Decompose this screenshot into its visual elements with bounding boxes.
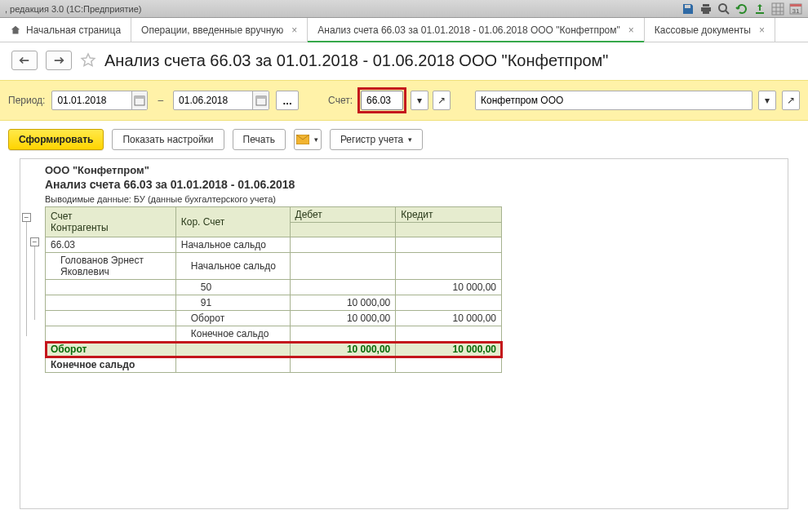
cell-kr50: 10 000,00 — [396, 280, 502, 295]
tab-cash-docs[interactable]: Кассовые документы × — [645, 18, 775, 42]
show-settings-button[interactable]: Показать настройки — [112, 129, 224, 150]
table-header-row: Счет Контрагенты Кор. Счет Дебет Кредит — [46, 207, 502, 223]
back-button[interactable] — [11, 51, 38, 70]
account-dropdown-button[interactable]: ▾ — [411, 91, 428, 110]
chevron-down-icon: ▾ — [408, 135, 412, 144]
cell-tot-label: Оборот — [46, 342, 176, 357]
report-subinfo: Выводимые данные: БУ (данные бухгалтерск… — [45, 194, 788, 204]
organization-field[interactable] — [475, 91, 753, 110]
filter-bar: Период: – ... Счет: ▾ ↗ ▾ ↗ — [0, 80, 808, 121]
col-kredit: Кредит — [396, 207, 502, 223]
table-row[interactable]: 50 10 000,00 — [46, 280, 502, 295]
search-icon[interactable] — [717, 2, 731, 16]
period-label: Период: — [8, 95, 45, 106]
date-to-input[interactable] — [174, 91, 252, 109]
tab-bar: Начальная страница Операции, введенные в… — [0, 18, 808, 42]
cell-oborot: Оборот — [175, 311, 290, 326]
open-icon: ↗ — [437, 95, 446, 106]
calendar-icon[interactable] — [131, 91, 148, 109]
date-from-field[interactable] — [51, 91, 148, 110]
report-frame: − − ООО "Конфетпром" Анализ счета 66.03 … — [20, 158, 788, 509]
star-icon[interactable] — [80, 52, 96, 69]
print-icon[interactable] — [699, 2, 713, 16]
refresh-icon[interactable] — [735, 2, 749, 16]
register-label: Регистр учета — [340, 134, 403, 145]
cell-ob-db: 10 000,00 — [290, 311, 396, 326]
app-title: , редакция 3.0 (1С:Предприятие) — [5, 4, 142, 14]
cell-acct: 66.03 — [46, 237, 176, 253]
upload-icon[interactable] — [753, 2, 767, 16]
mail-icon — [296, 135, 309, 144]
date-from-input[interactable] — [52, 91, 131, 109]
close-icon[interactable]: × — [759, 24, 765, 36]
tab-analysis[interactable]: Анализ счета 66.03 за 01.01.2018 - 01.06… — [308, 18, 645, 42]
chevron-down-icon: ▾ — [314, 135, 318, 144]
cell-end1: Конечное сальдо — [175, 326, 290, 342]
col-kor: Кор. Счет — [175, 207, 290, 237]
email-button[interactable]: ▾ — [294, 129, 322, 150]
cell-acct-sub: Начальное сальдо — [175, 237, 290, 253]
account-label: Счет: — [328, 95, 353, 106]
col-contragents: Контрагенты — [51, 222, 171, 233]
page-header: Анализ счета 66.03 за 01.01.2018 - 01.06… — [0, 42, 808, 80]
table-row[interactable]: 91 10 000,00 — [46, 295, 502, 311]
close-icon[interactable]: × — [291, 24, 297, 36]
cell-tot-kr: 10 000,00 — [396, 342, 502, 357]
cell-db91: 10 000,00 — [290, 295, 396, 311]
col-scet: Счет — [51, 211, 171, 222]
grid-icon[interactable] — [770, 2, 785, 16]
col-debet: Дебет — [290, 207, 396, 223]
table-row[interactable]: Голованов Эрнест Яковлевич Начальное сал… — [46, 253, 502, 280]
titlebar-actions: 31 — [681, 2, 803, 16]
account-input[interactable] — [362, 91, 402, 109]
report-table: Счет Контрагенты Кор. Счет Дебет Кредит … — [45, 206, 502, 373]
tab-home[interactable]: Начальная страница — [0, 18, 131, 42]
svg-rect-3 — [790, 4, 801, 7]
calendar-icon[interactable]: 31 — [788, 2, 803, 16]
organization-open-button[interactable]: ↗ — [782, 91, 800, 110]
table-row-total[interactable]: Оборот 10 000,00 10 000,00 — [46, 342, 502, 357]
organization-dropdown-button[interactable]: ▾ — [758, 91, 776, 110]
svg-text:31: 31 — [792, 7, 800, 15]
date-to-field[interactable] — [173, 91, 269, 110]
cell-kor91: 91 — [175, 295, 290, 311]
home-icon — [10, 24, 21, 36]
toolbar: Сформировать Показать настройки Печать ▾… — [0, 121, 808, 158]
svg-rect-1 — [772, 3, 784, 15]
organization-input[interactable] — [476, 91, 752, 109]
range-dash: – — [154, 95, 166, 106]
table-row[interactable]: 66.03 Начальное сальдо — [46, 237, 502, 253]
table-row[interactable]: Конечное сальдо — [46, 357, 502, 373]
window-titlebar: , редакция 3.0 (1С:Предприятие) 31 — [0, 0, 808, 18]
tab-operations[interactable]: Операции, введенные вручную × — [131, 18, 308, 42]
cell-party: Голованов Эрнест Яковлевич — [46, 253, 176, 280]
tab-home-label: Начальная страница — [26, 24, 121, 36]
account-open-button[interactable]: ↗ — [433, 91, 451, 110]
generate-button[interactable]: Сформировать — [8, 129, 104, 150]
company-name: ООО "Конфетпром" — [45, 164, 788, 176]
tree-toggle[interactable]: − — [30, 237, 39, 246]
calendar-icon[interactable] — [252, 91, 269, 109]
save-icon[interactable] — [681, 2, 695, 16]
cell-end2: Конечное сальдо — [46, 357, 176, 373]
cell-tot-db: 10 000,00 — [290, 342, 396, 357]
tab-operations-label: Операции, введенные вручную — [141, 24, 283, 36]
print-button[interactable]: Печать — [233, 129, 286, 150]
cell-party-sub: Начальное сальдо — [175, 253, 290, 280]
report-title: Анализ счета 66.03 за 01.01.2018 - 01.06… — [45, 178, 788, 191]
table-row[interactable]: Оборот 10 000,00 10 000,00 — [46, 311, 502, 326]
cell-kor50: 50 — [175, 280, 290, 295]
report-area: − − ООО "Конфетпром" Анализ счета 66.03 … — [0, 158, 808, 525]
period-more-button[interactable]: ... — [276, 91, 299, 110]
tab-cash-label: Кассовые документы — [655, 24, 751, 36]
table-row[interactable]: Конечное сальдо — [46, 326, 502, 342]
cell-ob-kr: 10 000,00 — [396, 311, 502, 326]
chevron-down-icon: ▾ — [765, 95, 770, 106]
register-button[interactable]: Регистр учета ▾ — [330, 129, 423, 150]
close-icon[interactable]: × — [628, 24, 634, 36]
account-highlight — [357, 87, 406, 113]
page-title: Анализ счета 66.03 за 01.01.2018 - 01.06… — [104, 51, 608, 70]
svg-rect-6 — [135, 96, 144, 99]
tree-toggle[interactable]: − — [22, 213, 31, 222]
forward-button[interactable] — [46, 51, 72, 70]
